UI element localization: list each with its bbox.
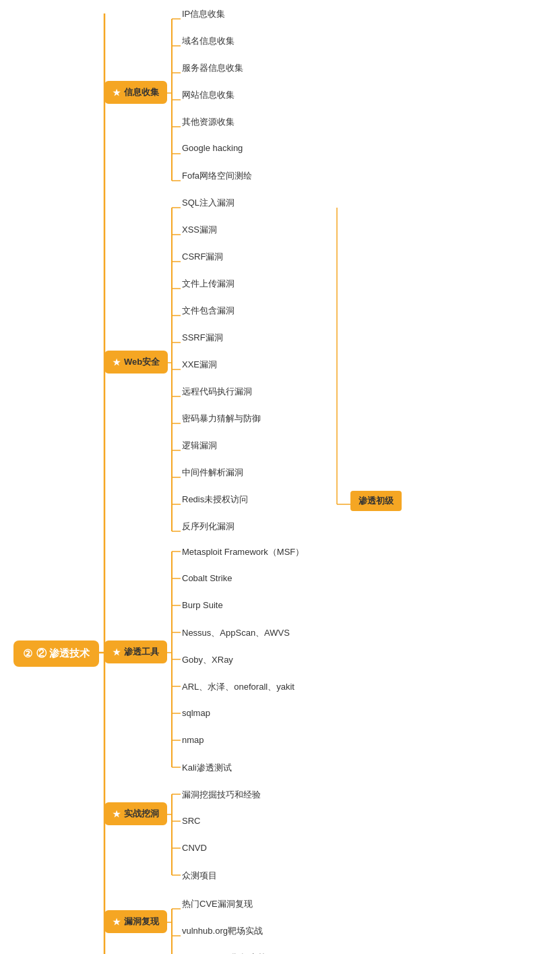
leaf-other: 其他资源收集 [182, 115, 235, 129]
center-node: ② ② 渗透技术 [13, 640, 99, 667]
leaf-sql: SQL注入漏洞 [182, 196, 235, 210]
leaf-website: 网站信息收集 [182, 88, 235, 102]
leaf-kali: Kali渗透测试 [182, 761, 232, 775]
leaf-redis: Redis未授权访问 [182, 492, 248, 507]
category-tools: ★ 渗透工具 [104, 640, 167, 663]
category-web-label: Web安全 [124, 356, 160, 368]
leaf-ip: IP信息收集 [182, 7, 225, 22]
star-icon-tools: ★ [113, 647, 121, 657]
leaf-hot-cve: 热门CVE漏洞复现 [182, 897, 253, 912]
leaf-xss: XSS漏洞 [182, 222, 217, 237]
mind-map: ② ② 渗透技术 渗透初级 ★ 信息收集 IP信息收集 域名信息收集 服务器信息… [0, 0, 560, 27]
leaf-nmap: nmap [182, 734, 204, 746]
center-node-number: ② [23, 647, 32, 660]
leaf-burp: Burp Suite [182, 599, 223, 612]
leaf-deserialize: 反序列化漏洞 [182, 519, 235, 534]
status-badge: 渗透初级 [350, 491, 402, 511]
leaf-nessus: Nessus、AppScan、AWVS [182, 626, 290, 640]
leaf-cobalt: Cobalt Strike [182, 572, 232, 585]
category-web: ★ Web安全 [104, 351, 168, 374]
leaf-domain: 域名信息收集 [182, 34, 235, 49]
leaf-bruteforce: 密码暴力猜解与防御 [182, 411, 261, 426]
leaf-ssrf: SSRF漏洞 [182, 330, 223, 345]
star-icon-web: ★ [113, 357, 121, 367]
category-info: ★ 信息收集 [104, 81, 167, 104]
leaf-crowdtest: 众测项目 [182, 868, 217, 883]
leaf-logic: 逻辑漏洞 [182, 438, 217, 453]
leaf-xxe: XXE漏洞 [182, 357, 217, 372]
category-tools-label: 渗透工具 [124, 646, 159, 658]
star-icon: ★ [113, 88, 121, 98]
star-icon-practice: ★ [113, 809, 121, 819]
category-practice: ★ 实战挖洞 [104, 802, 167, 825]
connection-lines [0, 0, 560, 954]
category-practice-label: 实战挖洞 [124, 808, 159, 820]
category-vuln-reproduce: ★ 漏洞复现 [104, 910, 167, 933]
star-icon-vuln: ★ [113, 917, 121, 927]
leaf-file-upload: 文件上传漏洞 [182, 276, 235, 291]
leaf-middleware: 中间件解析漏洞 [182, 465, 243, 480]
leaf-sqlmap: sqlmap [182, 707, 210, 719]
leaf-csrf: CSRF漏洞 [182, 249, 223, 264]
leaf-goby: Goby、XRay [182, 653, 233, 667]
leaf-src: SRC [182, 814, 200, 827]
leaf-file-include: 文件包含漏洞 [182, 303, 235, 318]
leaf-google: Google hacking [182, 142, 243, 154]
category-vuln-label: 漏洞复现 [124, 916, 159, 928]
leaf-fofa: Fofa网络空间测绘 [182, 169, 252, 183]
leaf-arl: ARL、水泽、oneforall、yakit [182, 680, 294, 694]
status-badge-label: 渗透初级 [359, 496, 394, 506]
leaf-msf: Metasploit Framework（MSF） [182, 545, 304, 560]
leaf-vulnhub-com: vulnhub.com靶场实战 [182, 951, 267, 954]
leaf-vulnhub-org: vulnhub.org靶场实战 [182, 924, 263, 938]
category-info-label: 信息收集 [124, 86, 159, 98]
leaf-rce: 远程代码执行漏洞 [182, 384, 252, 399]
leaf-vuln-skills: 漏洞挖掘技巧和经验 [182, 787, 261, 802]
leaf-server: 服务器信息收集 [182, 61, 243, 76]
center-node-label: ② 渗透技术 [36, 647, 90, 660]
leaf-cnvd: CNVD [182, 841, 207, 854]
